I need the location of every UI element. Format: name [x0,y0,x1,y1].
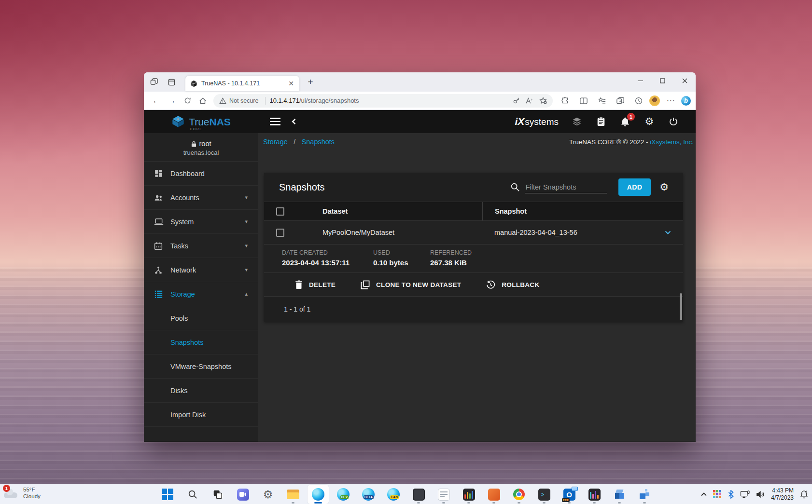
truecommand-layers-icon[interactable] [571,116,583,127]
sidebar-item-accounts[interactable]: Accounts ▾ [144,186,258,210]
tray-clock[interactable]: 4:43 PM 4/7/2023 [771,487,794,502]
sidebar-item-snapshots[interactable]: Snapshots [144,330,258,354]
trash-icon [295,280,303,289]
forward-icon[interactable]: → [165,94,179,108]
alerts-bell-icon[interactable]: 1 [619,116,631,127]
minimize-button[interactable] [629,72,651,89]
history-icon[interactable] [632,94,645,108]
add-button[interactable]: ADD [618,178,651,196]
edge-beta-button[interactable]: BETA [358,485,379,504]
refresh-icon[interactable] [181,94,194,108]
table-settings-gear-icon[interactable]: ⚙ [659,181,669,193]
extensions-icon[interactable] [559,94,572,108]
tray-expand-chevron-icon[interactable] [701,492,707,496]
home-icon[interactable] [196,94,210,108]
sidebar-item-tasks[interactable]: Tasks ▾ [144,234,258,258]
browser-tab[interactable]: TrueNAS - 10.1.4.171 ✕ [185,76,299,91]
settings-gear-icon[interactable]: ⚙ [644,116,655,127]
power-icon[interactable] [668,116,679,127]
file-explorer-button[interactable] [282,485,304,504]
notification-bell-icon[interactable] [800,490,808,499]
menu-hamburger-icon[interactable] [270,118,280,125]
edge-beta-icon: BETA [362,488,375,501]
browser-navbar: ← → Not secure 10.1.4.171/ui/storage/sna… [144,92,696,110]
bluetooth-icon[interactable] [728,490,734,499]
taskbar-search-button[interactable] [182,485,203,504]
chat-button[interactable] [232,485,253,504]
select-all-checkbox[interactable] [276,207,284,216]
security-label: Not secure [229,97,258,104]
favorite-star-icon[interactable] [539,97,547,104]
cube-app-button[interactable] [609,485,630,504]
volume-icon[interactable] [756,490,765,498]
sidebar-item-disks[interactable]: Disks [144,379,258,403]
sidebar-item-import-disk[interactable]: Import Disk [144,403,258,427]
sidebar-item-storage[interactable]: Storage ▴ [144,282,258,306]
terminal-button[interactable]: >_ [533,485,555,504]
edge-dev-icon: DEV [337,488,350,501]
orange-app-button[interactable] [483,485,504,504]
chrome-button[interactable] [508,485,530,504]
edge-dev-button[interactable]: DEV [333,485,354,504]
breadcrumb-storage-link[interactable]: Storage [263,138,288,146]
notepad-button[interactable] [433,485,454,504]
column-header-snapshot[interactable]: Snapshot [482,202,652,220]
task-view-button[interactable] [207,485,228,504]
sidebar-item-dashboard[interactable]: Dashboard [144,162,258,186]
maximize-button[interactable] [651,72,673,89]
column-header-dataset[interactable]: Dataset [312,207,482,215]
sidebar-item-vmware-snapshots[interactable]: VMware-Snapshots [144,354,258,379]
row-checkbox[interactable] [276,229,284,237]
password-key-icon[interactable] [513,97,520,104]
orange-app-icon [488,489,500,501]
ixsystems-link[interactable]: iXsystems, Inc. [650,138,694,146]
outlook-button[interactable]: OPRE [559,485,580,504]
scrollbar-thumb[interactable] [680,293,682,320]
table-row[interactable]: MyPoolOne/MyDataset manual-2023-04-04_13… [264,221,683,244]
filter-snapshots-input[interactable] [525,181,607,193]
collections-icon[interactable] [595,94,609,108]
network-icon [154,266,165,274]
back-icon[interactable]: ← [150,94,163,108]
brand-nas: NAS [210,116,231,127]
window-controls [629,72,696,89]
squares-app-button[interactable] [634,485,655,504]
rollback-button[interactable]: ROLLBACK [486,280,539,289]
new-tab-button[interactable]: + [304,76,317,88]
edge-icon [312,488,324,501]
tab-actions-icon[interactable] [164,76,179,88]
settings-button[interactable]: ⚙ [257,485,279,504]
profile-avatar[interactable] [649,95,660,106]
sidebar-item-system[interactable]: System ▾ [144,210,258,234]
clone-to-new-dataset-button[interactable]: CLONE TO NEW DATASET [361,280,461,289]
weather-widget[interactable]: 1 55°F Cloudy [4,486,41,500]
more-menu-icon[interactable]: ⋯ [664,94,677,108]
snipping-app-button[interactable] [408,485,429,504]
jobs-clipboard-icon[interactable] [595,116,607,127]
sidebar-item-pools[interactable]: Pools [144,306,258,330]
add-tabs-group-icon[interactable] [614,94,627,108]
read-aloud-icon[interactable] [526,97,533,104]
close-button[interactable] [673,72,696,89]
powertoys-button[interactable] [584,485,605,504]
mail-envelope-icon [572,487,578,491]
bing-copilot-icon[interactable]: b [681,96,691,106]
delete-button[interactable]: DELETE [295,280,336,289]
tab-close-icon[interactable]: ✕ [287,79,295,88]
breadcrumb-snapshots-link[interactable]: Snapshots [302,138,335,146]
address-bar[interactable]: Not secure 10.1.4.171/ui/storage/snapsho… [213,94,553,108]
edge-canary-button[interactable]: CAN [383,485,404,504]
clock-date: 4/7/2023 [771,494,794,502]
edge-button[interactable] [308,485,329,504]
collapse-sidebar-icon[interactable] [290,118,298,125]
sidebar: root truenas.local Dashboard Accounts ▾ [144,133,258,442]
split-screen-icon[interactable] [577,94,590,108]
page-title: Snapshots [279,182,325,193]
workspaces-icon[interactable] [147,76,161,88]
start-button[interactable] [157,485,178,504]
tray-app-grid-icon[interactable] [713,490,722,499]
media-player-button[interactable] [458,485,479,504]
display-network-icon[interactable] [740,490,750,499]
sidebar-item-network[interactable]: Network ▾ [144,258,258,282]
row-expand-chevron-icon[interactable] [665,231,671,235]
